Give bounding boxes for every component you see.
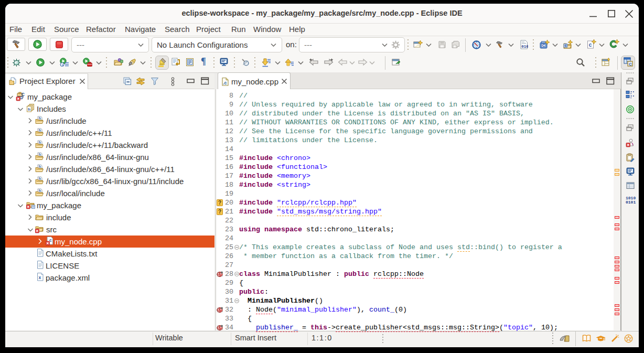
svg-text:?: ? [218, 209, 221, 215]
svg-text:.c: .c [223, 80, 227, 85]
svg-text:c: c [589, 42, 592, 48]
svg-text:c: c [565, 43, 567, 48]
svg-text:C: C [629, 62, 632, 67]
svg-text:h: h [28, 107, 30, 112]
svg-text:x: x [39, 275, 41, 280]
svg-text:C: C [22, 92, 25, 97]
svg-text:?: ? [218, 200, 221, 206]
svg-text:C: C [542, 43, 545, 48]
svg-text:010: 010 [521, 45, 528, 49]
